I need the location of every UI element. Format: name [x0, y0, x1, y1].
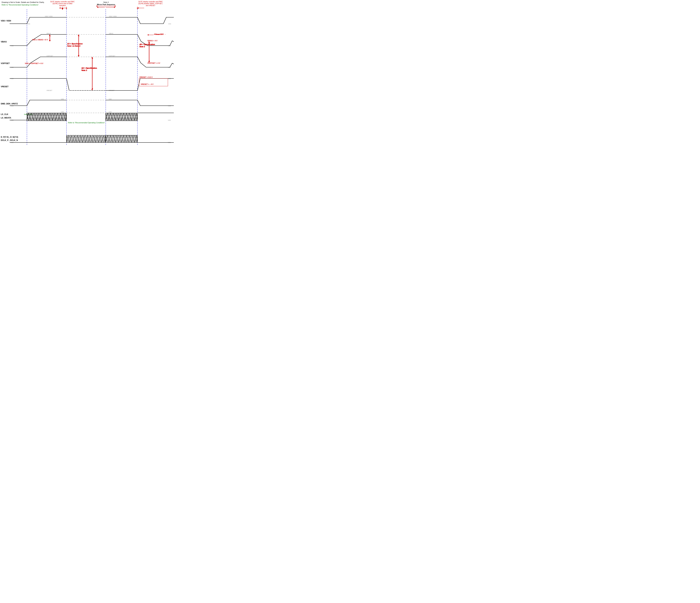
dmd-vdd-mid: VDD: [61, 98, 64, 100]
delta-v-spec12b-label: Note 1 & Note 2: [67, 45, 80, 47]
ls-vss-right: VSS: [168, 120, 171, 121]
dlpc-disable-line3: and VRESET: [146, 5, 155, 6]
note4-label: Note 4: [103, 1, 108, 3]
svg-rect-19: [0, 0, 175, 151]
delta-v-spec2rb-label: Note 2: [140, 46, 145, 47]
vreset-label: VRESET: [1, 85, 9, 88]
ls-clk-label: LS_CLK: [1, 113, 8, 115]
voffset-hi-mid2: VOFFSET: [108, 55, 115, 57]
dlpc-start-line1: DLPC display controller and PMIC: [50, 1, 75, 3]
dclk-label: DCLK_P , DCLK_N: [1, 139, 18, 141]
delta-v-spec12-label: ΔV < Specification: [67, 43, 83, 45]
vbias-hi-mid2: VBIAS: [109, 33, 113, 34]
refer-rec2-label: Refer to "Recommended Operating Conditio…: [68, 122, 105, 124]
voffset-hi-mid: VOFFSET: [47, 55, 53, 57]
vdd-vddi-mid: VDD / VDDI: [45, 16, 53, 17]
dlpc-start-line2: (DLPA) control start of DMD: [53, 3, 72, 4]
vdd-vss-right: VSS: [168, 23, 171, 25]
vreset-lo-mid: VRESET: [47, 90, 52, 91]
ls-wdata-label: LS_WDATA: [1, 117, 11, 119]
dp-dn-label: D_P(7:0) , D_N(7:0): [1, 136, 18, 138]
dlpc-disable-line1: DLPC display controller and PMIC: [139, 1, 163, 3]
dlpc-disable-line2: (DLPA) disable VBIAS, VOFFSET,: [139, 3, 163, 4]
delta-v-spec2r-label: ΔV < Specification: [140, 43, 155, 45]
vbias-label: VBIAS: [1, 41, 7, 43]
delta-v-spec3b-label: Note 3: [81, 69, 87, 71]
vdd-vss-left: VSS: [27, 23, 30, 25]
ls-vdd-mid: VDD: [61, 111, 64, 113]
power-off-text: Power Off →: [155, 33, 166, 35]
dmd-den-label: DMD_DEN_ARSTZ: [1, 103, 18, 105]
vreset-gt-4-label: VRESET > - 4 V: [141, 83, 153, 85]
not-to-scale-label: Drawing is Not to Scale. Details are Omi…: [2, 1, 44, 3]
delta-v-spec3-label: ΔV < Specification: [81, 67, 97, 69]
voffset-lt4-label: VOFFSET < 4 V: [147, 62, 160, 64]
vdd-label: VDD / VDDI: [1, 20, 11, 22]
voffset-range-label: VDD ≤ VOFFSET < 6 V: [25, 62, 43, 64]
voffset-label: VOFFSET: [1, 62, 10, 64]
dmd-vdd-mid2: VDD: [108, 98, 112, 100]
mirror-park-label: Mirror Park Sequence: [97, 3, 115, 5]
vreset-lt05-label: VRESET < 0.5 V: [140, 76, 153, 78]
vbias-range-label: VDD ≤ VBIAS < 6 V: [32, 39, 48, 41]
full-diagram: Drawing is Not to Scale. Details are Omi…: [0, 0, 175, 151]
dlpc-start-line3: operation: [59, 5, 66, 6]
ls-vdd-mid2: VDD: [108, 111, 112, 113]
main-svg: Drawing is Not to Scale. Details are Omi…: [0, 0, 175, 151]
refer-rec-label: Refer to "Recommended Operating Conditio…: [2, 4, 39, 6]
vbias-hi-mid: VBIAS: [47, 33, 51, 34]
vdd-vddi-mid2: VDD / VDDI: [109, 16, 117, 17]
